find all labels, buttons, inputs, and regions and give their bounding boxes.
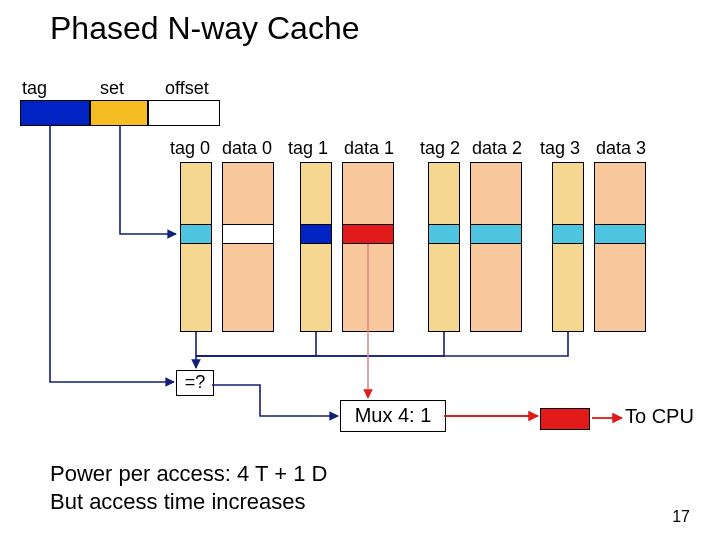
- label-tag2: tag 2: [420, 138, 460, 159]
- data-array-0: [222, 162, 274, 332]
- label-tag1: tag 1: [288, 138, 328, 159]
- tag-array-0: [180, 162, 212, 332]
- sel-band-tag2: [428, 224, 460, 244]
- sel-hit-data1: [342, 224, 394, 244]
- mux-box: Mux 4: 1: [340, 400, 446, 432]
- label-data3: data 3: [596, 138, 646, 159]
- output-data-chip: [540, 408, 590, 430]
- tag-array-1: [300, 162, 332, 332]
- addr-tag-field: [20, 100, 90, 126]
- tag-array-3: [552, 162, 584, 332]
- comparator-box: =?: [176, 370, 214, 396]
- slide-stage: Phased N-way Cache tag set offset tag 0 …: [0, 0, 720, 540]
- sel-band-tag3: [552, 224, 584, 244]
- tag-array-2: [428, 162, 460, 332]
- label-data2: data 2: [472, 138, 522, 159]
- data-array-1: [342, 162, 394, 332]
- label-to-cpu: To CPU: [625, 405, 694, 428]
- data-array-2: [470, 162, 522, 332]
- label-tag3: tag 3: [540, 138, 580, 159]
- footnote-line-2: But access time increases: [50, 488, 327, 516]
- label-tag0: tag 0: [170, 138, 210, 159]
- slide-number: 17: [672, 508, 690, 526]
- footnote-line-1: Power per access: 4 T + 1 D: [50, 460, 327, 488]
- sel-hit-tag1: [300, 224, 332, 244]
- footnote-block: Power per access: 4 T + 1 D But access t…: [50, 460, 327, 515]
- addr-offset-field: [148, 100, 220, 126]
- sel-band-data0: [222, 224, 274, 244]
- sel-band-data3: [594, 224, 646, 244]
- data-array-3: [594, 162, 646, 332]
- label-data0: data 0: [222, 138, 272, 159]
- label-set: set: [100, 78, 124, 99]
- label-data1: data 1: [344, 138, 394, 159]
- label-tag: tag: [22, 78, 47, 99]
- slide-title: Phased N-way Cache: [50, 10, 359, 47]
- label-offset: offset: [165, 78, 209, 99]
- comparator-label: =?: [185, 372, 206, 392]
- mux-label: Mux 4: 1: [355, 404, 432, 426]
- addr-set-field: [90, 100, 148, 126]
- sel-band-tag0: [180, 224, 212, 244]
- sel-band-data2: [470, 224, 522, 244]
